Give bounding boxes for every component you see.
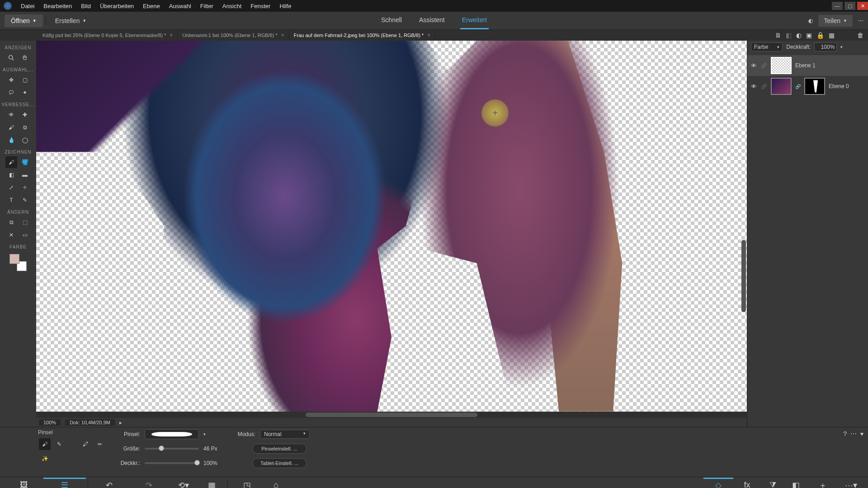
collapse-icon[interactable]: ▾ (860, 430, 863, 437)
scrollbar-thumb[interactable] (306, 413, 477, 417)
open-button[interactable]: Öffnen▼ (5, 14, 43, 27)
new-doc-icon[interactable]: 🗎 (775, 32, 781, 39)
mask-icon[interactable]: ▣ (806, 32, 812, 39)
more-icon[interactable]: ⋯ (858, 18, 863, 24)
menu-window[interactable]: Fenster (246, 3, 275, 9)
hand-tool[interactable] (19, 52, 31, 64)
brush-preset-select[interactable] (145, 429, 199, 439)
blend-mode-select[interactable]: Farbe▾ (751, 42, 783, 52)
gradient-tool[interactable]: ▬ (19, 169, 31, 181)
mask-link-icon[interactable]: 🔗 (795, 84, 801, 89)
vertical-scrollbar[interactable] (741, 81, 747, 412)
menu-filter[interactable]: Filter (196, 3, 218, 9)
brush-tool[interactable]: 🖌 (5, 156, 17, 168)
menu-help[interactable]: Hilfe (275, 3, 296, 9)
move-content-tool[interactable]: ✕ (5, 229, 17, 241)
doc-tab-3[interactable]: Frau auf dem Fahrrad-2.jpeg bei 100% (Eb… (289, 30, 435, 40)
blend-mode-select[interactable]: Normal▾ (260, 430, 310, 439)
visibility-icon[interactable]: 👁 (750, 62, 757, 69)
opacity-input[interactable]: 100% (814, 42, 837, 52)
zoom-level[interactable]: 100% (39, 419, 61, 426)
tool-options-button[interactable]: ☰ WZ-Optionen (43, 478, 85, 488)
filters-tab[interactable]: ⧩ Filter (761, 479, 785, 488)
smart-brush-tool[interactable]: 🖌 (5, 122, 17, 133)
move-tool[interactable]: ✥ (5, 74, 17, 86)
menu-image[interactable]: Bild (76, 3, 95, 9)
scrollbar-thumb[interactable] (741, 240, 746, 312)
create-button[interactable]: Erstellen▼ (55, 17, 86, 24)
menu-view[interactable]: Ansicht (218, 3, 246, 9)
bucket-tool[interactable]: 🪣 (19, 156, 31, 168)
brush-variant-impression[interactable]: ✎ (53, 438, 65, 450)
eraser-tool[interactable]: ◧ (5, 169, 17, 181)
eyedropper-tool[interactable]: ⤢ (5, 182, 17, 193)
new-fill-icon[interactable]: ◐ (796, 32, 802, 39)
chevron-right-icon[interactable]: ▸ (119, 420, 122, 426)
new-adjust-icon[interactable]: ◧ (786, 32, 792, 39)
redo-button[interactable]: ↷ Wiederholen (129, 479, 170, 488)
menu-select[interactable]: Auswahl (165, 3, 196, 9)
brush-variant-brush[interactable]: 🖌 (39, 438, 51, 450)
menu-enhance[interactable]: Überarbeiten (95, 3, 138, 9)
doc-size[interactable]: Dok: 10,4M/20,9M (65, 419, 115, 426)
visibility-icon[interactable]: 👁 (750, 83, 757, 90)
brush-settings-button[interactable]: Pinseleinstell. ... (252, 444, 307, 454)
brush-variant-color-replace[interactable]: 🖍 (80, 438, 91, 450)
mode-expert[interactable]: Erweitert (460, 12, 489, 29)
layer-row[interactable]: 👁 🔗 Ebene 1 (747, 55, 868, 76)
canvas[interactable] (36, 41, 747, 412)
mode-guided[interactable]: Assistent (417, 12, 447, 29)
layer-row[interactable]: 👁 🔗 🔗 Ebene 0 (747, 76, 868, 97)
close-icon[interactable]: × (170, 32, 173, 38)
heal-tool[interactable]: ✚ (19, 109, 31, 121)
window-close[interactable]: ✕ (857, 2, 868, 10)
wand-tool[interactable]: ✦ (19, 87, 31, 99)
trash-icon[interactable]: 🗑 (857, 32, 863, 39)
window-maximize[interactable]: ▢ (844, 2, 855, 10)
layout-button[interactable]: ▦ Layout (198, 479, 226, 488)
pencil-tool[interactable]: ✎ (19, 194, 31, 206)
doc-tab-2[interactable]: Unbenannt-1 bei 100% (Ebene 1, RGB/8) * … (178, 30, 289, 40)
chevron-down-icon[interactable]: ▾ (203, 432, 206, 436)
eye-tool[interactable]: 👁 (5, 109, 17, 121)
styles-tab[interactable]: ◧ Stile (785, 479, 807, 488)
foreground-color[interactable] (9, 254, 19, 264)
opacity-slider[interactable] (145, 462, 199, 464)
more-tab[interactable]: ⋯▾ Mehr (839, 479, 863, 488)
horizontal-scrollbar[interactable] (36, 412, 747, 418)
lock-icon[interactable]: 🔒 (816, 32, 824, 39)
mode-quick[interactable]: Schnell (379, 12, 404, 29)
menu-file[interactable]: Datei (16, 3, 39, 9)
contrast-icon[interactable]: ◐ (808, 18, 813, 24)
layer-thumbnail[interactable] (771, 57, 792, 74)
home-button[interactable]: ⌂ Start (264, 479, 288, 488)
window-minimize[interactable]: — (832, 2, 843, 10)
link-icon[interactable]: 🔗 (761, 84, 767, 89)
more-icon[interactable]: ⋯ (850, 430, 857, 437)
clone-tool[interactable]: ⧉ (19, 122, 31, 133)
tablet-settings-button[interactable]: Tablet-Einstell. ... (252, 458, 307, 468)
menu-layer[interactable]: Ebene (138, 3, 165, 9)
marquee-tool[interactable]: ▢ (19, 74, 31, 86)
chevron-down-icon[interactable]: ▾ (840, 45, 843, 49)
close-icon[interactable]: × (281, 32, 284, 38)
link-icon[interactable]: 🔗 (761, 63, 767, 69)
share-button[interactable]: Teilen▼ (818, 15, 853, 27)
graphics-tab[interactable]: ＋ Grafiken (807, 479, 839, 488)
undo-button[interactable]: ↶ Rückgängig (90, 479, 129, 488)
straighten-tool[interactable]: ▭ (19, 229, 31, 241)
sponge-tool[interactable]: ◯ (19, 134, 31, 146)
close-icon[interactable]: × (427, 32, 430, 38)
menu-edit[interactable]: Bearbeiten (39, 3, 76, 9)
color-swatch[interactable] (9, 254, 27, 271)
layers-tab[interactable]: ◇ Ebenen (703, 478, 733, 488)
doc-tab-1[interactable]: Käfig psd bei 25% (Ebene 0 Kopie 5, Eben… (38, 30, 178, 40)
size-slider[interactable] (145, 448, 199, 450)
photobin-button[interactable]: 🖼 Fotobereich (5, 479, 43, 488)
help-icon[interactable]: ? (843, 430, 847, 437)
brush-variant-pencil[interactable]: ✏ (94, 438, 106, 450)
text-tool[interactable]: T (5, 194, 17, 206)
shape-tool[interactable]: ✧ (19, 182, 31, 193)
fx-icon[interactable]: ▦ (829, 32, 835, 39)
brush-variant-airbrush[interactable]: ✨ (39, 453, 51, 465)
